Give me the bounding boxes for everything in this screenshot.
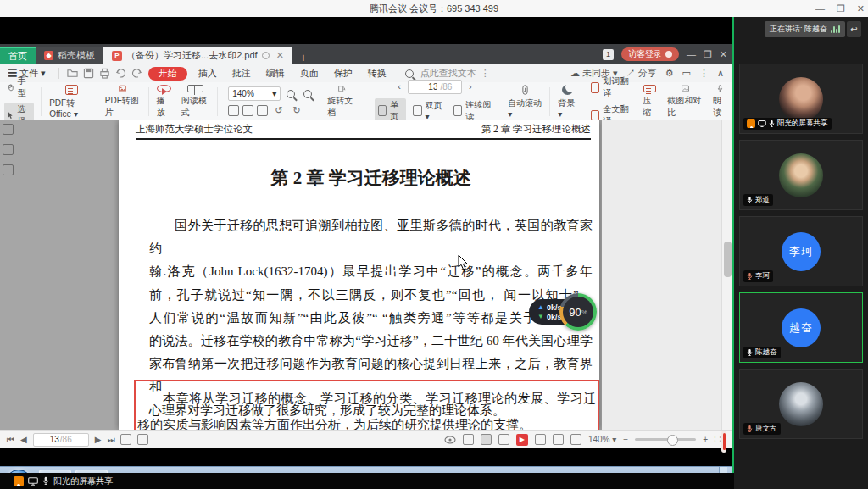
scrollbar-thumb[interactable] bbox=[724, 242, 732, 277]
page-nav-tools: ‹ /86 › 单页 双页 ▾ bbox=[367, 79, 503, 125]
fit-page-icon[interactable] bbox=[553, 434, 564, 445]
menu-protect[interactable]: 保护 bbox=[326, 67, 360, 80]
menu-comment[interactable]: 批注 bbox=[225, 67, 259, 80]
tab-docer[interactable]: ◆ 稻壳模板 bbox=[36, 47, 103, 64]
rotate-right-icon[interactable]: ↻ bbox=[289, 105, 303, 116]
doc-count-badge[interactable]: 1 bbox=[603, 49, 614, 60]
read-aloud-button[interactable]: 朗读 bbox=[708, 85, 732, 119]
outline-panel-icon[interactable] bbox=[3, 124, 14, 135]
autoscroll-button[interactable]: 自动滚动 ▾ bbox=[503, 85, 547, 119]
word-translate-button[interactable]: 划词翻译 bbox=[587, 75, 634, 100]
prev-page-icon[interactable]: ◀ bbox=[20, 435, 27, 444]
slideshow-play-icon[interactable]: ▶ bbox=[516, 434, 528, 446]
screen-share-icon bbox=[758, 120, 766, 127]
overflow-icon[interactable]: ⋮ bbox=[699, 68, 709, 79]
hand-tool-button[interactable]: 手型 bbox=[4, 75, 34, 100]
prev-page-icon[interactable]: ‹ bbox=[394, 81, 404, 92]
participant-tile[interactable]: 李珂 李珂 bbox=[739, 216, 863, 286]
menu-edit[interactable]: 编辑 bbox=[259, 67, 292, 80]
thumbnail-panel-icon[interactable] bbox=[3, 144, 14, 155]
next-page-icon[interactable]: ▶ bbox=[95, 435, 102, 444]
menu-start-active[interactable]: 开始 bbox=[148, 67, 187, 81]
pin-icon[interactable] bbox=[262, 52, 270, 59]
read-aloud-label: 朗读 bbox=[713, 95, 727, 119]
word-translate-label: 划词翻译 bbox=[603, 75, 630, 99]
fit-width-icon[interactable] bbox=[242, 105, 253, 116]
collapse-ribbon-icon[interactable]: ∧ bbox=[717, 68, 724, 79]
double-page-button[interactable]: 双页 ▾ bbox=[409, 99, 447, 122]
continuous-view-icon[interactable] bbox=[463, 434, 474, 445]
annotation-panel-icon[interactable] bbox=[3, 164, 14, 175]
background-button[interactable]: 背景 ▾ bbox=[553, 85, 582, 119]
continuous-read-button[interactable]: 连续阅读 bbox=[450, 98, 495, 124]
fit-width-icon[interactable] bbox=[570, 434, 581, 445]
close-button[interactable]: ✕ bbox=[857, 3, 865, 14]
tab-document[interactable]: P （备份）学习迁移...去水印2.pdf ✕ bbox=[103, 47, 292, 64]
single-page-label: 单页 bbox=[390, 99, 403, 123]
guest-login-button[interactable]: 访客登录 bbox=[621, 47, 679, 61]
snapshot-compare-icon bbox=[678, 85, 693, 92]
wps-restore-button[interactable]: ❐ bbox=[704, 49, 712, 60]
snapshot-compare-button[interactable]: 截图和对比 bbox=[662, 85, 708, 119]
maximize-button[interactable]: ❐ bbox=[837, 3, 845, 14]
eye-protect-icon[interactable] bbox=[444, 436, 456, 444]
zoom-minus-icon[interactable]: − bbox=[623, 435, 628, 444]
compress-button[interactable]: 压缩 bbox=[637, 85, 662, 119]
save-icon[interactable] bbox=[83, 68, 94, 79]
single-page-button[interactable]: 单页 bbox=[375, 98, 406, 124]
page-number-box[interactable]: /86 bbox=[408, 80, 462, 94]
participant-tile-speaking[interactable]: 越奋 陈越奋 bbox=[739, 292, 863, 363]
more-icon[interactable]: ⋮ bbox=[481, 68, 490, 79]
tab-home[interactable]: 首页 bbox=[0, 47, 36, 64]
print-icon[interactable] bbox=[99, 68, 110, 79]
zoom-in-icon[interactable] bbox=[303, 90, 312, 98]
statusbar-page-box[interactable]: 13 /86 bbox=[33, 433, 89, 447]
pdf-to-office-button[interactable]: PDF转Office ▾ bbox=[44, 85, 100, 119]
rotate-left-icon[interactable]: ↺ bbox=[271, 105, 286, 116]
zoom-slider-knob[interactable] bbox=[667, 435, 678, 446]
participant-tile[interactable]: 阳光的屏幕共享 bbox=[739, 64, 863, 134]
add-note-icon[interactable] bbox=[137, 434, 148, 445]
participant-tile[interactable]: 郑道 bbox=[739, 140, 863, 210]
double-page-icon bbox=[413, 105, 421, 116]
menu-page[interactable]: 页面 bbox=[292, 67, 326, 80]
left-rail bbox=[0, 124, 15, 175]
last-page-icon[interactable]: ⏭ bbox=[107, 435, 114, 445]
menu-insert[interactable]: 插入 bbox=[191, 67, 225, 80]
next-page-icon[interactable]: › bbox=[465, 81, 476, 92]
fit-height-icon[interactable] bbox=[257, 105, 268, 116]
pdf-to-image-button[interactable]: PDF转图片 bbox=[100, 85, 146, 119]
undo-icon[interactable] bbox=[115, 68, 126, 79]
play-button[interactable]: 播放 bbox=[152, 85, 176, 119]
zoom-plus-icon[interactable]: + bbox=[703, 435, 708, 444]
single-view-icon[interactable] bbox=[481, 434, 492, 445]
comment-icon[interactable]: ▭ bbox=[682, 68, 691, 79]
wps-minimize-button[interactable]: — bbox=[687, 49, 696, 59]
fullscreen-icon[interactable]: ⛶ bbox=[715, 435, 721, 445]
page-number-input[interactable] bbox=[417, 81, 439, 92]
fit-page-icon[interactable] bbox=[228, 105, 239, 116]
gear-icon[interactable]: ⚙ bbox=[665, 68, 674, 79]
double-view-icon[interactable] bbox=[498, 434, 509, 445]
rotate-doc-button[interactable]: 旋转文档 bbox=[322, 85, 361, 119]
collapse-sidebar-button[interactable]: ↩ bbox=[847, 21, 861, 37]
zoom-slider[interactable] bbox=[635, 438, 696, 441]
add-bookmark-icon[interactable] bbox=[120, 434, 131, 445]
performance-gauge[interactable]: 90% bbox=[559, 293, 597, 331]
read-mode-button[interactable]: 阅读模式 bbox=[176, 85, 215, 119]
zoom-out-icon[interactable] bbox=[287, 90, 295, 98]
actual-size-icon[interactable] bbox=[535, 434, 546, 445]
statusbar-zoom-value[interactable]: 140% ▾ bbox=[588, 435, 616, 444]
redo-icon[interactable] bbox=[131, 68, 142, 79]
pdf-page[interactable]: 上海师范大学硕士学位论文 第 2 章 学习迁移理论概述 第 2 章 学习迁移理论… bbox=[119, 120, 599, 430]
participant-tile[interactable]: 唐文古 bbox=[739, 369, 863, 439]
wps-close-button[interactable]: ✕ bbox=[720, 49, 727, 60]
tab-close-icon[interactable]: ✕ bbox=[276, 50, 284, 61]
first-page-icon[interactable]: ⏮ bbox=[7, 435, 14, 445]
rotate-doc-icon bbox=[335, 85, 348, 92]
vertical-scrollbar[interactable] bbox=[721, 120, 732, 430]
open-folder-icon[interactable] bbox=[67, 68, 78, 79]
new-tab-button[interactable]: + bbox=[292, 51, 314, 64]
zoom-select[interactable]: 140%▾ bbox=[228, 86, 281, 101]
minimize-button[interactable]: — bbox=[815, 3, 825, 14]
